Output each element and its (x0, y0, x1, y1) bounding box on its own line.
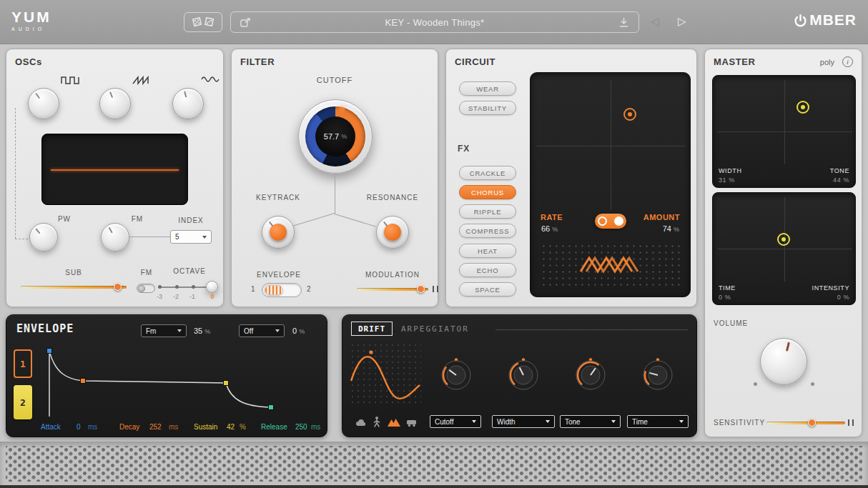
export-icon[interactable] (240, 16, 252, 31)
rate-value: 66 (541, 224, 550, 233)
time-value: 0 (719, 294, 723, 301)
cloud-mode-icon[interactable] (354, 417, 367, 431)
yum-squiggle-logo (578, 252, 643, 282)
drift-knob-2[interactable] (507, 358, 540, 394)
decay-value[interactable]: 252 (149, 423, 162, 431)
time-intensity-pad[interactable]: TIME 0 % INTENSITY 0 % (712, 192, 856, 305)
attack-value[interactable]: 0 (77, 423, 81, 431)
envelope-tab-1[interactable]: 1 (14, 349, 32, 378)
sensitivity-slider-thumb[interactable] (808, 419, 816, 427)
modulation-end-ticks (433, 286, 438, 292)
fm-knob[interactable] (101, 223, 129, 252)
stability-button[interactable]: STABILITY (459, 101, 516, 115)
env-mod2-target: Off (244, 327, 253, 335)
env-mod1-dropdown[interactable]: Fm (141, 324, 187, 337)
attack-unit: ms (88, 423, 97, 431)
resonance-knob[interactable] (376, 216, 409, 249)
index-dropdown[interactable]: 5 (170, 230, 212, 244)
circuit-title: CIRCUIT (455, 56, 495, 67)
chevron-down-icon (202, 236, 207, 239)
drift-knob-1[interactable] (440, 358, 473, 394)
envelope-tab-2[interactable]: 2 (14, 385, 32, 419)
envelope-option-1[interactable]: 1 (251, 285, 255, 293)
dice-icon-2: ⚂ (203, 15, 215, 29)
envelope-curve-editor[interactable] (36, 345, 325, 422)
mountain-mode-icon[interactable] (387, 417, 401, 430)
release-handle[interactable] (269, 405, 274, 410)
drift-target-2: Width (497, 418, 516, 426)
fx-chorus-button[interactable]: CHORUS (459, 185, 516, 199)
filter-envelope-label: ENVELOPE (243, 271, 315, 279)
tab-drift[interactable]: DRIFT (351, 322, 393, 336)
time-intensity-handle[interactable] (777, 233, 790, 246)
fm-toggle-handle[interactable] (138, 285, 145, 292)
drift-target-1-dropdown[interactable]: Cutoff (430, 415, 481, 428)
preset-browser[interactable]: KEY - Wooden Things* (230, 11, 639, 33)
octave-tick--3[interactable]: -3 (154, 293, 165, 300)
drift-target-4-dropdown[interactable]: Time (627, 415, 689, 428)
drift-knob-3[interactable] (574, 358, 607, 394)
fx-echo-button[interactable]: ECHO (459, 263, 516, 277)
sensitivity-slider[interactable] (766, 422, 845, 424)
pw-knob[interactable] (29, 223, 58, 252)
fm-toggle[interactable] (137, 284, 155, 293)
fx-ripple-button[interactable]: RIPPLE (459, 204, 516, 219)
fx-xy-handle[interactable] (623, 108, 636, 121)
tab-arpeggiator[interactable]: ARPEGGIATOR (401, 324, 469, 334)
index-label: INDEX (170, 216, 212, 224)
fx-heat-button[interactable]: HEAT (459, 244, 516, 258)
cutoff-label: CUTOFF (232, 76, 438, 84)
attack-handle[interactable] (47, 349, 52, 354)
octave-knob[interactable] (206, 281, 218, 293)
attack-label: Attack (41, 423, 61, 431)
keytrack-knob[interactable] (262, 216, 295, 249)
sub-slider-thumb[interactable] (114, 283, 122, 291)
volume-needle (786, 342, 790, 352)
sustain-value[interactable]: 42 (227, 423, 235, 431)
pad2-y-readout: INTENSITY 0 % (812, 284, 849, 301)
envelope-select-toggle[interactable] (262, 283, 302, 297)
fx-power-toggle[interactable] (595, 214, 626, 229)
release-value[interactable]: 250 (295, 423, 307, 431)
scope-waveform-line (51, 169, 179, 171)
modulation-slider[interactable] (357, 288, 428, 291)
octave-tick--2[interactable]: -2 (170, 293, 182, 300)
env-mod2-dropdown[interactable]: Off (239, 324, 285, 337)
wear-button[interactable]: WEAR (459, 81, 516, 96)
keytrack-label: KEYTRACK (242, 194, 314, 201)
width-tone-pad[interactable]: WIDTH 31 % TONE 44 % (712, 75, 856, 188)
randomize-button[interactable]: ⚄ ⚂ (184, 12, 222, 32)
sub-label: SUB (21, 269, 127, 277)
volume-knob[interactable] (760, 338, 807, 385)
osc1-knob[interactable] (28, 88, 59, 119)
volume-max-dot (811, 382, 814, 386)
osc3-knob[interactable] (172, 88, 204, 119)
save-preset-icon[interactable] (618, 16, 630, 31)
decay-handle[interactable] (81, 379, 86, 384)
drift-curve (351, 357, 420, 399)
fx-module: RATE 66 % AMOUNT 74 % (530, 72, 691, 297)
fx-compress-button[interactable]: COMPRESS (459, 224, 516, 238)
drift-target-3-dropdown[interactable]: Tone (560, 415, 621, 428)
sustain-handle[interactable] (224, 381, 229, 386)
envelope-toggle-handle[interactable] (265, 285, 283, 295)
cutoff-knob[interactable]: 57.7 % (298, 99, 373, 174)
width-tone-handle[interactable] (797, 101, 809, 114)
envelope-option-2[interactable]: 2 (307, 285, 311, 293)
drift-knob-4[interactable] (641, 358, 674, 394)
sub-slider[interactable] (21, 286, 127, 289)
vehicle-mode-icon[interactable] (405, 417, 418, 430)
prev-preset-button[interactable]: ◁ (651, 15, 659, 28)
chevron-down-icon (275, 329, 280, 332)
voice-mode-label[interactable]: poly (820, 58, 834, 66)
octave-tick-0[interactable]: 0 (207, 293, 218, 300)
osc2-knob[interactable] (99, 88, 131, 119)
fx-crackle-button[interactable]: CRACKLE (459, 166, 516, 180)
fx-space-button[interactable]: SPACE (459, 282, 516, 297)
modulation-slider-thumb[interactable] (417, 285, 425, 293)
next-preset-button[interactable]: ▷ (678, 15, 686, 28)
walker-mode-icon[interactable] (371, 416, 383, 431)
octave-tick--1[interactable]: -1 (187, 293, 198, 300)
drift-target-2-dropdown[interactable]: Width (492, 415, 555, 428)
info-icon[interactable]: i (842, 56, 853, 67)
